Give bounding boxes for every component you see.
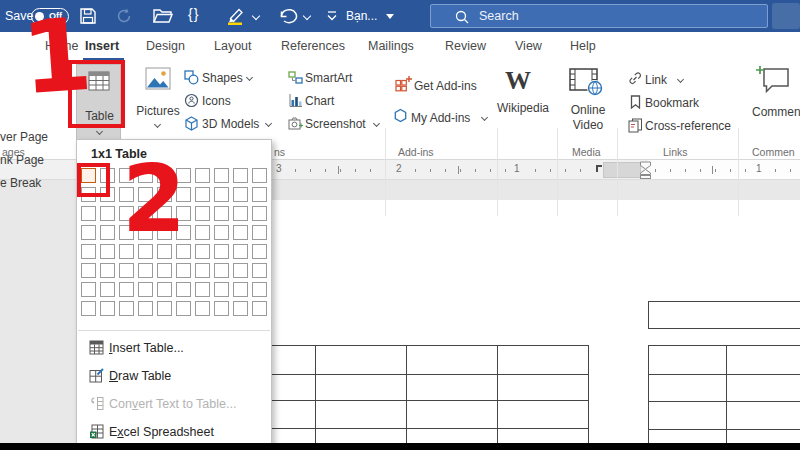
- bookmark-icon[interactable]: [630, 95, 641, 109]
- grid-cell-8x7[interactable]: [214, 282, 229, 297]
- tab-review[interactable]: Review: [445, 39, 486, 53]
- page-break-button[interactable]: e Break: [0, 176, 41, 190]
- pictures-chevron[interactable]: [154, 121, 161, 128]
- tab-design[interactable]: Design: [146, 39, 185, 53]
- document-table-right-header[interactable]: [648, 301, 800, 329]
- comment-button[interactable]: Commen: [752, 105, 800, 119]
- search-box[interactable]: [430, 4, 768, 28]
- grid-cell-2x5[interactable]: [100, 244, 115, 259]
- indent-markers[interactable]: [639, 161, 652, 180]
- excel-spreadsheet-menu-item[interactable]: Excel Spreadsheet: [77, 423, 271, 443]
- grid-cell-6x8[interactable]: [176, 301, 191, 316]
- grid-cell-10x3[interactable]: [252, 206, 267, 221]
- grid-cell-7x3[interactable]: [195, 206, 210, 221]
- grid-cell-8x2[interactable]: [214, 187, 229, 202]
- grid-cell-7x8[interactable]: [195, 301, 210, 316]
- highlighter-icon[interactable]: [226, 7, 246, 25]
- grid-cell-9x4[interactable]: [233, 225, 248, 240]
- smartart-icon[interactable]: [288, 70, 303, 85]
- my-addins-button[interactable]: My Add-ins: [411, 111, 470, 125]
- chart-icon[interactable]: [288, 93, 303, 108]
- grid-cell-8x4[interactable]: [214, 225, 229, 240]
- grid-cell-8x1[interactable]: [214, 168, 229, 183]
- grid-cell-10x5[interactable]: [252, 244, 267, 259]
- document-table-right[interactable]: [648, 345, 800, 450]
- icons-icon[interactable]: [184, 93, 199, 108]
- grid-cell-10x7[interactable]: [252, 282, 267, 297]
- grid-cell-7x1[interactable]: [195, 168, 210, 183]
- grid-cell-9x3[interactable]: [233, 206, 248, 221]
- grid-cell-8x6[interactable]: [214, 263, 229, 278]
- grid-cell-8x3[interactable]: [214, 206, 229, 221]
- tab-view[interactable]: View: [515, 39, 542, 53]
- grid-cell-7x4[interactable]: [195, 225, 210, 240]
- get-addins-button[interactable]: Get Add-ins: [414, 79, 477, 93]
- cover-page-button[interactable]: ver Page: [0, 130, 48, 144]
- grid-cell-7x5[interactable]: [195, 244, 210, 259]
- grid-cell-9x1[interactable]: [233, 168, 248, 183]
- grid-cell-9x5[interactable]: [233, 244, 248, 259]
- grid-cell-10x8[interactable]: [252, 301, 267, 316]
- grid-cell-2x4[interactable]: [100, 225, 115, 240]
- grid-cell-2x7[interactable]: [100, 282, 115, 297]
- grid-cell-2x6[interactable]: [100, 263, 115, 278]
- grid-cell-5x7[interactable]: [157, 282, 172, 297]
- undo-icon[interactable]: [278, 8, 298, 24]
- grid-cell-2x3[interactable]: [100, 206, 115, 221]
- draw-table-menu-item[interactable]: Draw Table: [77, 367, 271, 387]
- user-name[interactable]: Bạn...: [346, 9, 377, 23]
- grid-cell-1x8[interactable]: [81, 301, 96, 316]
- my-addins-icon[interactable]: [393, 108, 408, 123]
- 3d-models-chevron[interactable]: [265, 120, 272, 127]
- search-input[interactable]: [477, 7, 747, 25]
- shapes-button[interactable]: Shapes: [202, 71, 243, 85]
- grid-cell-3x6[interactable]: [119, 263, 134, 278]
- cross-reference-button[interactable]: Cross-reference: [645, 119, 731, 133]
- grid-cell-1x4[interactable]: [81, 225, 96, 240]
- grid-cell-1x3[interactable]: [81, 206, 96, 221]
- 3d-models-button[interactable]: 3D Models: [202, 117, 259, 131]
- get-addins-icon[interactable]: [395, 76, 412, 92]
- pictures-icon[interactable]: [145, 67, 171, 90]
- grid-cell-10x6[interactable]: [252, 263, 267, 278]
- tab-mailings[interactable]: Mailings: [368, 39, 414, 53]
- grid-cell-10x4[interactable]: [252, 225, 267, 240]
- shapes-icon[interactable]: [184, 70, 199, 85]
- pictures-button[interactable]: Pictures: [134, 104, 182, 118]
- 3d-models-icon[interactable]: [184, 116, 199, 131]
- open-folder-icon[interactable]: [153, 8, 173, 24]
- grid-cell-9x7[interactable]: [233, 282, 248, 297]
- smartart-button[interactable]: SmartArt: [305, 71, 352, 85]
- insert-table-menu-item[interactable]: Insert Table...: [77, 339, 271, 359]
- icons-button[interactable]: Icons: [202, 94, 231, 108]
- comment-icon[interactable]: [756, 65, 790, 95]
- undo-dropdown-chevron[interactable]: [303, 12, 311, 20]
- online-video-button-line1[interactable]: Online: [566, 103, 610, 117]
- grid-cell-10x2[interactable]: [252, 187, 267, 202]
- grid-cell-9x2[interactable]: [233, 187, 248, 202]
- highlighter-dropdown-chevron[interactable]: [252, 12, 260, 20]
- braces-icon[interactable]: {}: [188, 6, 199, 22]
- tab-stop-marker[interactable]: [596, 165, 602, 172]
- screenshot-button[interactable]: Screenshot: [305, 117, 366, 131]
- redo-icon[interactable]: [115, 7, 133, 25]
- grid-cell-5x8[interactable]: [157, 301, 172, 316]
- document-table-left[interactable]: [224, 345, 589, 450]
- link-button[interactable]: Link: [645, 73, 667, 87]
- grid-cell-7x6[interactable]: [195, 263, 210, 278]
- bookmark-button[interactable]: Bookmark: [645, 96, 699, 110]
- grid-cell-4x8[interactable]: [138, 301, 153, 316]
- grid-cell-10x1[interactable]: [252, 168, 267, 183]
- shapes-chevron[interactable]: [246, 74, 253, 81]
- grid-cell-1x5[interactable]: [81, 244, 96, 259]
- link-icon[interactable]: [628, 72, 642, 85]
- grid-cell-1x6[interactable]: [81, 263, 96, 278]
- grid-cell-8x5[interactable]: [214, 244, 229, 259]
- grid-cell-5x6[interactable]: [157, 263, 172, 278]
- grid-cell-7x2[interactable]: [195, 187, 210, 202]
- my-addins-chevron[interactable]: [481, 114, 488, 121]
- chart-button[interactable]: Chart: [305, 94, 334, 108]
- online-video-button-line2[interactable]: Video: [566, 118, 610, 132]
- grid-cell-3x7[interactable]: [119, 282, 134, 297]
- online-video-icon[interactable]: [568, 65, 604, 97]
